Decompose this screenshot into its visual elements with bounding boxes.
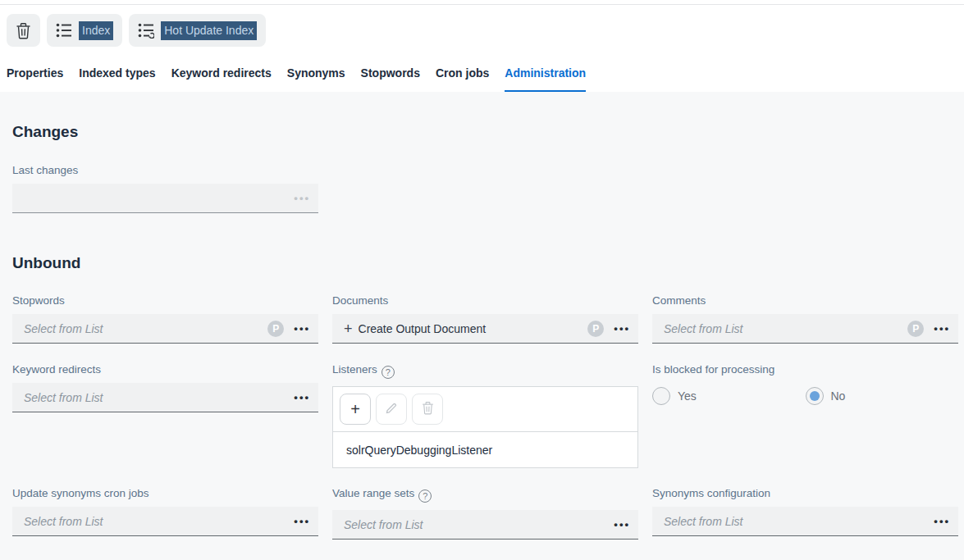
hot-update-index-button[interactable]: Hot Update Index [129,14,266,47]
listeners-editor: + [332,386,638,468]
pencil-icon [385,402,398,417]
section-title-changes: Changes [12,92,964,141]
keyword-redirects-field-block: Keyword redirects Select from List ••• [12,363,318,412]
tab-keyword-redirects[interactable]: Keyword redirects [171,61,272,93]
administration-content: Changes Last changes ••• Unbound Stopwor… [0,92,964,560]
keyword-redirects-menu-button[interactable]: ••• [294,392,310,403]
create-output-document-action[interactable]: + Create Output Document [344,321,587,336]
administration-page: Index Hot Update Index Properties Indexe… [0,0,964,560]
comments-placeholder: Select from List [664,322,907,335]
listeners-toolbar: + [333,387,637,432]
radio-yes-circle [652,387,670,405]
parameter-icon[interactable]: P [267,321,284,337]
index-button-label: Index [79,21,113,40]
plus-icon: + [344,321,353,336]
top-divider [0,4,964,5]
comments-field-block: Comments Select from List P ••• [652,294,958,344]
documents-field[interactable]: + Create Output Document P ••• [332,314,638,344]
unbound-row-2: Keyword redirects Select from List ••• L… [12,363,964,468]
value-range-sets-field[interactable]: Select from List ••• [332,510,638,540]
keyword-redirects-field[interactable]: Select from List ••• [12,383,318,412]
radio-yes-label: Yes [678,389,697,403]
list-item[interactable]: solrQueryDebuggingListener [333,432,637,467]
is-blocked-label: Is blocked for processing [652,363,958,376]
unbound-row-1: Stopwords Select from List P ••• Documen… [12,294,964,344]
help-icon[interactable]: ? [381,366,395,379]
tab-bar: Properties Indexed types Keyword redirec… [0,61,964,94]
listeners-field-block: Listeners? + [332,363,638,468]
update-synonyms-cron-jobs-field[interactable]: Select from List ••• [12,507,318,536]
value-range-sets-field-block: Value range sets? Select from List ••• [332,487,638,540]
synonyms-configuration-placeholder: Select from List [664,515,934,528]
synonyms-configuration-label: Synonyms configuration [652,487,958,499]
last-changes-field[interactable]: ••• [12,184,318,213]
list-icon [56,23,72,38]
value-range-sets-placeholder: Select from List [344,518,614,531]
section-title-unbound: Unbound [12,213,964,272]
tab-cron-jobs[interactable]: Cron jobs [436,61,489,93]
stopwords-field[interactable]: Select from List P ••• [12,314,318,344]
synonyms-configuration-field-block: Synonyms configuration Select from List … [652,487,958,536]
edit-listener-button[interactable] [376,394,407,425]
stopwords-menu-button[interactable]: ••• [294,323,310,334]
radio-no[interactable]: No [806,387,959,405]
parameter-icon[interactable]: P [587,321,604,337]
update-synonyms-cron-jobs-field-block: Update synonyms cron jobs Select from Li… [12,487,318,536]
create-output-document-label: Create Output Document [359,322,487,335]
last-changes-menu-button[interactable]: ••• [294,193,310,203]
value-range-sets-menu-button[interactable]: ••• [614,519,630,530]
list-refresh-icon [138,23,154,39]
listeners-label: Listeners? [332,363,638,379]
keyword-redirects-placeholder: Select from List [24,391,294,404]
last-changes-label: Last changes [12,164,318,176]
comments-field[interactable]: Select from List P ••• [652,314,958,344]
delete-button[interactable] [7,14,40,47]
tab-properties[interactable]: Properties [7,61,63,93]
tab-stopwords[interactable]: Stopwords [361,61,420,93]
action-toolbar: Index Hot Update Index [7,14,266,47]
is-blocked-radio-group: Yes No [652,387,958,405]
add-listener-button[interactable]: + [340,394,371,425]
stopwords-field-block: Stopwords Select from List P ••• [12,294,318,344]
comments-menu-button[interactable]: ••• [934,323,950,334]
documents-field-block: Documents + Create Output Document P ••• [332,294,638,344]
stopwords-label: Stopwords [12,294,318,307]
index-button[interactable]: Index [47,14,122,47]
comments-label: Comments [652,294,958,307]
update-synonyms-cron-jobs-placeholder: Select from List [24,515,294,528]
last-changes-field-block: Last changes ••• [12,164,318,213]
stopwords-placeholder: Select from List [24,322,267,335]
radio-no-circle [806,387,824,405]
radio-no-label: No [831,389,846,403]
unbound-row-3: Update synonyms cron jobs Select from Li… [12,487,964,540]
update-synonyms-cron-jobs-label: Update synonyms cron jobs [12,487,318,499]
documents-menu-button[interactable]: ••• [614,323,630,334]
parameter-icon[interactable]: P [907,321,924,337]
documents-label: Documents [332,294,638,307]
tab-synonyms[interactable]: Synonyms [287,61,345,93]
trash-icon [422,401,434,417]
update-synonyms-cron-jobs-menu-button[interactable]: ••• [294,516,310,526]
synonyms-configuration-menu-button[interactable]: ••• [934,516,950,526]
synonyms-configuration-field[interactable]: Select from List ••• [652,507,958,536]
delete-listener-button[interactable] [412,394,443,425]
value-range-sets-label: Value range sets? [332,487,638,503]
help-icon[interactable]: ? [418,489,432,503]
trash-icon [16,22,31,39]
keyword-redirects-label: Keyword redirects [12,363,318,376]
radio-yes[interactable]: Yes [652,387,806,405]
tab-indexed-types[interactable]: Indexed types [79,61,155,93]
hot-update-index-button-label: Hot Update Index [161,21,257,40]
tab-administration[interactable]: Administration [505,61,586,93]
is-blocked-field-block: Is blocked for processing Yes No [652,363,958,405]
